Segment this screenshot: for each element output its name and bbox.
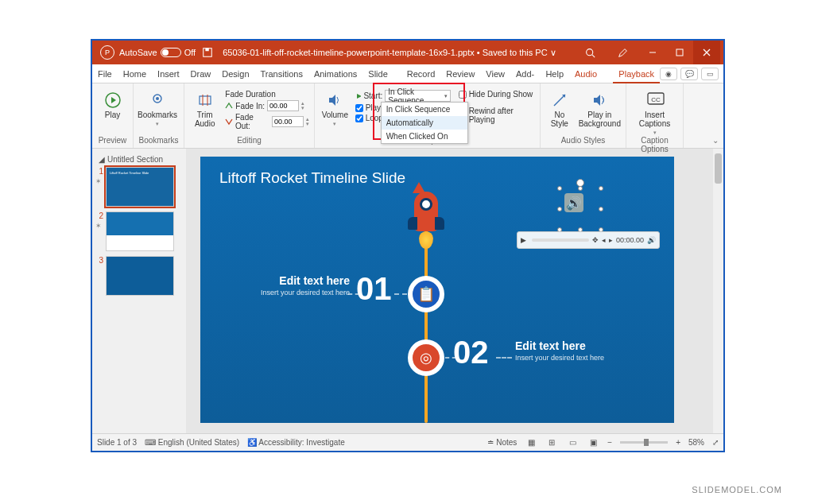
player-volume-icon[interactable]: 🔊	[647, 236, 656, 244]
tab-audio-format[interactable]: Audio Format	[569, 64, 613, 83]
scroll-thumb[interactable]	[715, 153, 722, 184]
tab-insert[interactable]: Insert	[152, 64, 185, 83]
autosave-toggle[interactable]: AutoSave Off	[119, 48, 196, 57]
share-icon[interactable]: ▭	[701, 68, 719, 80]
toggle-icon	[161, 48, 181, 57]
play-in-background-button[interactable]: Play in Background	[579, 88, 621, 128]
tab-draw[interactable]: Draw	[185, 64, 217, 83]
autosave-label: AutoSave	[119, 48, 157, 57]
option-automatically[interactable]: Automatically	[382, 116, 467, 130]
slideshow-view-icon[interactable]: ▣	[587, 437, 599, 448]
fade-out-input[interactable]	[272, 116, 304, 127]
fade-out-field[interactable]: Fade Out: ▴▾	[225, 113, 309, 130]
tab-help[interactable]: Help	[540, 64, 569, 83]
comments-icon[interactable]: 💬	[680, 68, 698, 80]
save-icon[interactable]	[202, 47, 213, 58]
timeline-node-2[interactable]: ◎	[408, 339, 444, 376]
vertical-scrollbar[interactable]	[713, 149, 723, 433]
collapse-ribbon-icon[interactable]: ⌄	[712, 136, 719, 145]
tab-home[interactable]: Home	[118, 64, 152, 83]
slide-thumbnail-3[interactable]	[106, 256, 174, 296]
reading-view-icon[interactable]: ▭	[566, 437, 579, 448]
svg-rect-1	[206, 48, 209, 52]
slide-editor[interactable]: Liftoff Rocket Timeline Slide 📋 ◎ 01 02 …	[186, 149, 723, 433]
sorter-view-icon[interactable]: ⊞	[545, 437, 558, 448]
rocket-graphic[interactable]	[407, 192, 445, 255]
accessibility-status[interactable]: ♿ Accessibility: Investigate	[247, 438, 345, 447]
audio-object[interactable]: 🔊	[564, 193, 596, 225]
tab-transitions[interactable]: Transitions	[255, 64, 308, 83]
section-header[interactable]: ◢ Untitled Section	[95, 153, 183, 167]
slide-thumbnail-1[interactable]: Liftoff Rocket Timeline Slide	[106, 167, 174, 207]
option-in-click-sequence[interactable]: In Click Sequence	[382, 103, 467, 116]
resize-handle[interactable]	[557, 207, 562, 211]
bookmarks-button[interactable]: Bookmarks ▾	[138, 88, 176, 127]
tab-view[interactable]: View	[480, 64, 510, 83]
tab-playback[interactable]: Playback	[613, 64, 660, 83]
player-move-icon[interactable]: ✥	[592, 236, 599, 244]
normal-view-icon[interactable]: ▦	[525, 437, 537, 448]
tab-review[interactable]: Review	[440, 64, 480, 83]
svg-marker-15	[329, 95, 335, 106]
fade-in-field[interactable]: Fade In: ▴▾	[225, 100, 309, 111]
zoom-level[interactable]: 58%	[688, 438, 704, 447]
tab-addins[interactable]: Add-ins	[510, 64, 540, 83]
group-label: Preview	[97, 136, 128, 146]
powerpoint-window: P AutoSave Off 65036-01-lift-off-rocket-…	[91, 39, 725, 452]
tab-file[interactable]: File	[92, 64, 118, 83]
resize-handle[interactable]	[599, 186, 603, 191]
ribbon-tabs: File Home Insert Draw Design Transitions…	[92, 64, 723, 83]
player-prev-icon[interactable]: ◂	[602, 236, 606, 244]
item2-number[interactable]: 02	[453, 335, 489, 370]
zoom-slider[interactable]	[620, 441, 668, 444]
item2-text[interactable]: Edit text here Insert your desired text …	[515, 339, 626, 362]
resize-handle[interactable]	[557, 186, 562, 191]
maximize-button[interactable]	[666, 41, 693, 64]
tab-animations[interactable]: Animations	[308, 64, 362, 83]
hide-during-show-checkbox[interactable]: Hide During Show	[459, 90, 535, 99]
slide-canvas[interactable]: Liftoff Rocket Timeline Slide 📋 ◎ 01 02 …	[200, 157, 674, 423]
slide-thumbnail-2[interactable]	[106, 211, 174, 251]
close-button[interactable]	[693, 41, 720, 64]
minimize-button[interactable]	[639, 41, 666, 64]
target-icon: ◎	[420, 349, 432, 366]
zoom-in-button[interactable]: +	[676, 438, 680, 447]
player-next-icon[interactable]: ▸	[609, 236, 613, 244]
svg-line-17	[554, 95, 565, 106]
svg-line-3	[592, 54, 595, 56]
fade-in-input[interactable]	[267, 100, 299, 111]
audio-player[interactable]: ▶ ✥ ◂ ▸ 00:00.00 🔊	[517, 231, 660, 249]
no-style-button[interactable]: No Style	[545, 88, 574, 128]
resize-handle[interactable]	[599, 207, 603, 211]
tab-record[interactable]: Record	[401, 64, 440, 83]
tab-design[interactable]: Design	[216, 64, 254, 83]
volume-button[interactable]: Volume ▾	[320, 88, 351, 127]
animation-indicator-icon: ✶	[95, 222, 103, 230]
start-icon	[355, 92, 362, 99]
draw-icon[interactable]	[618, 48, 628, 58]
play-button[interactable]: Play	[97, 88, 128, 119]
timeline-node-1[interactable]: 📋	[408, 276, 444, 312]
language-status[interactable]: ⌨ English (United States)	[145, 438, 239, 447]
tab-slideshow[interactable]: Slide Show	[362, 64, 401, 83]
item1-number[interactable]: 01	[356, 271, 392, 307]
resize-handle[interactable]	[578, 186, 583, 191]
camera-icon[interactable]: ◉	[660, 68, 677, 80]
fit-to-window-icon[interactable]: ⤢	[712, 438, 719, 447]
group-label: Bookmarks	[138, 136, 179, 146]
start-dropdown[interactable]: In Click Sequence▾	[385, 90, 450, 102]
trim-audio-button[interactable]: Trim Audio	[189, 88, 220, 128]
insert-captions-button[interactable]: CC Insert Captions ▾	[631, 88, 678, 136]
item1-text[interactable]: Edit text here Insert your desired text …	[238, 274, 350, 297]
play-icon	[104, 91, 122, 109]
zoom-out-button[interactable]: −	[607, 438, 612, 447]
notes-button[interactable]: ≐ Notes	[487, 438, 517, 447]
player-play-icon[interactable]: ▶	[521, 236, 529, 244]
slide-position[interactable]: Slide 1 of 3	[97, 438, 137, 447]
search-icon[interactable]	[585, 48, 595, 58]
powerpoint-icon: P	[100, 45, 114, 60]
slide-title[interactable]: Liftoff Rocket Timeline Slide	[200, 157, 674, 187]
player-track[interactable]	[532, 238, 589, 242]
rewind-checkbox[interactable]: Rewind after Playing	[459, 107, 535, 124]
option-when-clicked-on[interactable]: When Clicked On	[382, 130, 467, 143]
